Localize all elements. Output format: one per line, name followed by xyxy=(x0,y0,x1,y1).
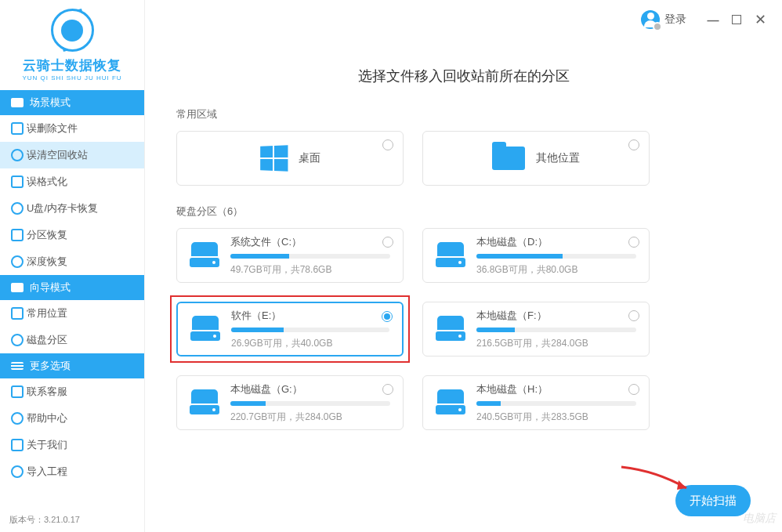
nav-icon xyxy=(11,202,24,215)
partition-stat: 240.5GB可用，共283.5GB xyxy=(476,411,636,424)
brand-name: 云骑士数据恢复 xyxy=(23,56,121,74)
partition-name: 软件（E:） xyxy=(231,309,389,323)
nav-label: 联系客服 xyxy=(27,385,67,399)
usage-bar xyxy=(230,254,390,259)
folder-icon xyxy=(492,147,525,170)
partition-name: 本地磁盘（H:） xyxy=(476,382,636,396)
sidebar-item-1[interactable]: 误清空回收站 xyxy=(0,142,144,168)
sidebar-item-4[interactable]: 分区恢复 xyxy=(0,222,144,248)
logo-area: 云骑士数据恢复 YUN QI SHI SHU JU HUI FU xyxy=(0,0,144,90)
nav-icon xyxy=(11,149,24,161)
usage-bar xyxy=(231,328,389,332)
section-more-options: 更多选项 xyxy=(0,353,144,378)
nav-label: 误删除文件 xyxy=(27,121,78,136)
radio-icon xyxy=(628,237,639,248)
usage-bar xyxy=(476,328,636,332)
drive-icon xyxy=(190,389,219,416)
partition-card-2[interactable]: 软件（E:）26.9GB可用，共40.0GB xyxy=(176,302,404,356)
nav-label: U盘/内存卡恢复 xyxy=(27,201,98,215)
nav-label: 误清空回收站 xyxy=(27,148,88,162)
drive-icon xyxy=(190,242,219,269)
nav-icon xyxy=(11,385,24,398)
nav-label: 帮助中心 xyxy=(27,411,67,425)
windows-icon xyxy=(260,145,288,172)
version-label: 版本号：3.21.0.17 xyxy=(9,514,80,526)
nav-label: 磁盘分区 xyxy=(27,333,67,347)
common-card-0[interactable]: 桌面 xyxy=(176,131,404,186)
sidebar-item-0[interactable]: 常用位置 xyxy=(0,300,144,327)
radio-icon xyxy=(382,311,393,322)
partition-name: 系统文件（C:） xyxy=(230,235,390,249)
partition-name: 本地磁盘（F:） xyxy=(476,309,636,323)
radio-icon xyxy=(382,237,393,248)
usage-bar xyxy=(476,254,636,259)
page-title: 选择文件移入回收站前所在的分区 xyxy=(176,67,751,85)
nav-icon xyxy=(11,176,24,188)
partition-stat: 49.7GB可用，共78.6GB xyxy=(230,263,390,277)
radio-icon xyxy=(382,139,393,150)
drive-icon xyxy=(436,316,465,342)
partition-stat: 36.8GB可用，共80.0GB xyxy=(476,263,636,277)
partition-name: 本地磁盘（G:） xyxy=(230,382,390,396)
nav-label: 关于我们 xyxy=(27,438,67,452)
partition-card-3[interactable]: 本地磁盘（F:）216.5GB可用，共284.0GB xyxy=(422,302,650,356)
sidebar-item-3[interactable]: 导入工程 xyxy=(0,458,144,485)
start-scan-button[interactable]: 开始扫描 xyxy=(675,485,751,516)
common-area-label: 常用区域 xyxy=(176,107,751,121)
usage-bar xyxy=(230,401,390,406)
partition-card-1[interactable]: 本地磁盘（D:）36.8GB可用，共80.0GB xyxy=(422,228,650,283)
sidebar-item-0[interactable]: 误删除文件 xyxy=(0,115,144,142)
card-label: 桌面 xyxy=(299,151,320,165)
sidebar-item-2[interactable]: 关于我们 xyxy=(0,432,144,458)
card-label: 其他位置 xyxy=(536,151,580,165)
nav-icon xyxy=(11,122,24,135)
sidebar-item-1[interactable]: 磁盘分区 xyxy=(0,327,144,353)
drive-icon xyxy=(436,242,465,269)
nav-label: 分区恢复 xyxy=(27,228,67,242)
nav-icon xyxy=(11,307,24,320)
usage-bar xyxy=(476,401,636,406)
sidebar: 云骑士数据恢复 YUN QI SHI SHU JU HUI FU 场景模式 误删… xyxy=(0,0,145,532)
partition-card-0[interactable]: 系统文件（C:）49.7GB可用，共78.6GB xyxy=(176,228,404,283)
partition-stat: 216.5GB可用，共284.0GB xyxy=(476,337,636,350)
nav-label: 导入工程 xyxy=(27,465,67,479)
radio-icon xyxy=(382,384,393,395)
nav-label: 误格式化 xyxy=(27,175,67,189)
nav-label: 深度恢复 xyxy=(27,255,67,269)
nav-label: 常用位置 xyxy=(27,306,67,320)
sidebar-item-5[interactable]: 深度恢复 xyxy=(0,248,144,275)
common-card-1[interactable]: 其他位置 xyxy=(422,131,650,186)
section-wizard-mode: 向导模式 xyxy=(0,275,144,300)
radio-icon xyxy=(628,139,639,150)
drive-icon xyxy=(190,316,220,342)
sidebar-item-2[interactable]: 误格式化 xyxy=(0,168,144,195)
drive-icon xyxy=(436,389,465,416)
radio-icon xyxy=(628,310,639,321)
menu-icon xyxy=(11,362,24,370)
logo-icon xyxy=(51,9,94,52)
partition-name: 本地磁盘（D:） xyxy=(476,235,636,249)
main-content: 选择文件移入回收站前所在的分区 常用区域 桌面其他位置 硬盘分区（6） 系统文件… xyxy=(145,0,782,532)
section-scene-mode: 场景模式 xyxy=(0,90,144,115)
tag-icon xyxy=(11,283,24,292)
nav-icon xyxy=(11,439,24,451)
partition-card-4[interactable]: 本地磁盘（G:）220.7GB可用，共284.0GB xyxy=(176,375,404,430)
nav-icon xyxy=(11,229,24,241)
partition-card-5[interactable]: 本地磁盘（H:）240.5GB可用，共283.5GB xyxy=(422,375,650,430)
brand-sub: YUN QI SHI SHU JU HUI FU xyxy=(22,74,121,81)
mail-icon xyxy=(11,98,24,107)
nav-icon xyxy=(11,255,24,268)
nav-icon xyxy=(11,465,24,478)
partition-stat: 26.9GB可用，共40.0GB xyxy=(231,337,389,350)
partition-stat: 220.7GB可用，共284.0GB xyxy=(230,411,390,424)
partition-label: 硬盘分区（6） xyxy=(176,204,751,219)
nav-icon xyxy=(11,334,24,346)
sidebar-item-1[interactable]: 帮助中心 xyxy=(0,405,144,432)
radio-icon xyxy=(628,384,639,395)
sidebar-item-0[interactable]: 联系客服 xyxy=(0,378,144,405)
nav-icon xyxy=(11,412,24,425)
sidebar-item-3[interactable]: U盘/内存卡恢复 xyxy=(0,195,144,222)
